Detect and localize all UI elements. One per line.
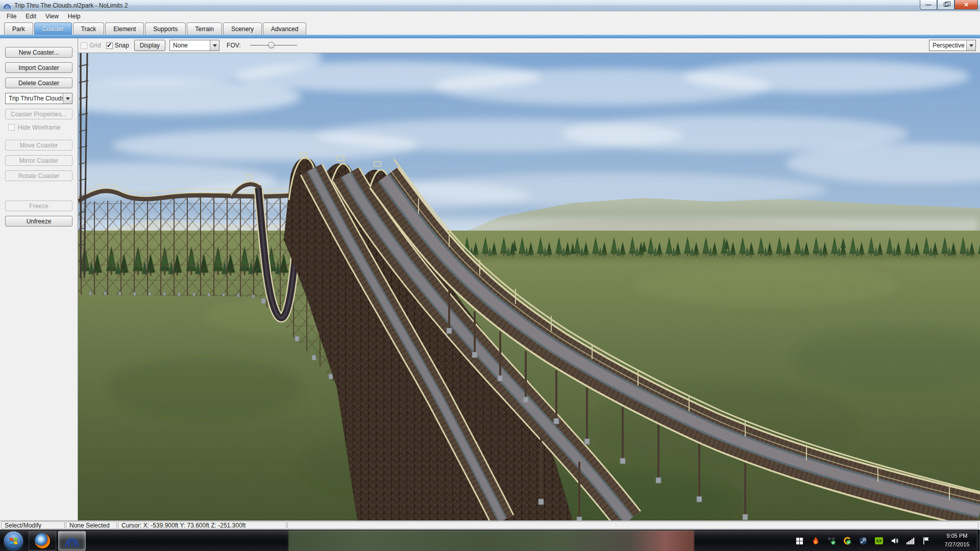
chevron-down-icon[interactable]	[966, 40, 975, 51]
mirror-coaster-button: Mirror Coaster	[5, 155, 72, 166]
steam-icon[interactable]	[859, 537, 867, 545]
menu-view[interactable]: View	[41, 12, 63, 21]
action-center-flag-icon[interactable]	[922, 537, 930, 545]
tab-coaster[interactable]: Coaster	[34, 22, 72, 35]
coaster-sidebar: New Coaster... Import Coaster Delete Coa…	[0, 38, 78, 520]
start-button[interactable]	[4, 532, 23, 550]
tab-track[interactable]: Track	[73, 22, 105, 35]
dropbox-icon[interactable]	[827, 537, 836, 545]
snap-label: Snap	[115, 42, 129, 49]
tab-element[interactable]: Element	[105, 22, 144, 35]
snap-checkbox[interactable]	[106, 42, 113, 49]
grid-checkbox	[81, 42, 87, 49]
tab-scenery[interactable]: Scenery	[223, 22, 262, 35]
projection-dropdown[interactable]: Perspective	[929, 40, 976, 51]
import-coaster-button[interactable]: Import Coaster	[5, 62, 72, 73]
status-bar: Select/Modify None Selected Cursor: X: -…	[0, 520, 980, 530]
tab-advanced[interactable]: Advanced	[263, 22, 306, 35]
tab-bar: Park Coaster Track Element Supports Terr…	[0, 21, 980, 35]
delete-coaster-button[interactable]: Delete Coaster	[5, 78, 72, 88]
title-bar[interactable]: Trip Thru The Clouds.nl2park - NoLimits …	[0, 0, 980, 11]
fov-label: FOV:	[227, 42, 241, 49]
window-title: Trip Thru The Clouds.nl2park - NoLimits …	[14, 2, 128, 9]
hide-wireframe-checkbox	[8, 124, 15, 131]
move-coaster-button: Move Coaster	[5, 140, 72, 151]
rotate-coaster-button: Rotate Coaster	[5, 170, 72, 181]
taskbar: 9:05 PM 7/27/2015	[0, 530, 980, 551]
menu-edit[interactable]: Edit	[21, 12, 41, 21]
status-mode: Select/Modify	[1, 521, 65, 529]
restore-button[interactable]	[937, 0, 954, 10]
nvidia-icon[interactable]	[874, 537, 883, 545]
show-desktop-button[interactable]	[977, 530, 980, 551]
windows-logo-icon	[10, 538, 18, 545]
network-icon[interactable]	[906, 537, 915, 545]
tab-accent-strip	[0, 35, 980, 38]
volume-icon[interactable]	[890, 537, 899, 545]
nolimits2-window: Trip Thru The Clouds.nl2park - NoLimits …	[0, 0, 980, 551]
status-cursor-coordinates: Cursor: X: -539.900ft Y: 73.600ft Z: -25…	[118, 521, 286, 529]
display-button[interactable]: Display	[134, 40, 165, 51]
firefox-icon	[35, 533, 50, 548]
clock-time: 9:05 PM	[939, 532, 975, 540]
close-button[interactable]: ✕	[954, 0, 978, 10]
clock-date: 7/27/2015	[939, 540, 975, 549]
freeze-button: Freeze	[5, 201, 72, 211]
app-icon	[3, 2, 11, 10]
chevron-down-icon[interactable]	[210, 40, 219, 51]
3d-viewport[interactable]	[78, 53, 980, 520]
nolimits2-icon	[64, 533, 80, 548]
tab-terrain[interactable]: Terrain	[187, 22, 222, 35]
unfreeze-button[interactable]: Unfreeze	[5, 216, 72, 227]
mode-dropdown[interactable]: None	[169, 40, 219, 51]
taskbar-glass-reflection	[288, 531, 694, 551]
new-coaster-button[interactable]: New Coaster...	[5, 47, 72, 58]
coaster-select-dropdown[interactable]: Trip ThruThe Clouds	[5, 93, 72, 104]
grid-label: Grid	[89, 42, 101, 49]
hide-wireframe-label: Hide Wireframe	[18, 124, 60, 131]
taskbar-firefox-button[interactable]	[29, 531, 56, 550]
viewport-toolbar: Grid Snap Display None FOV: Perspective	[78, 38, 980, 53]
update-check-icon[interactable]	[843, 537, 851, 545]
minimize-button[interactable]: —	[920, 0, 937, 10]
fov-slider-thumb[interactable]	[268, 42, 275, 48]
windows-corner-icon[interactable]	[795, 537, 804, 545]
restore-icon	[944, 3, 948, 7]
status-selection: None Selected	[66, 521, 117, 529]
tab-supports[interactable]: Supports	[145, 22, 186, 35]
status-empty	[287, 521, 978, 529]
tab-park[interactable]: Park	[4, 22, 33, 35]
menu-help[interactable]: Help	[63, 12, 85, 21]
taskbar-nolimits2-button[interactable]	[58, 531, 86, 550]
taskbar-clock[interactable]: 9:05 PM 7/27/2015	[939, 532, 975, 549]
menu-bar: File Edit View Help	[0, 11, 980, 21]
menu-file[interactable]: File	[2, 12, 21, 21]
flame-icon[interactable]	[811, 537, 820, 545]
fov-slider[interactable]	[250, 42, 297, 49]
chevron-down-icon[interactable]	[63, 93, 72, 104]
coaster-properties-button: Coaster Properties...	[5, 109, 72, 119]
